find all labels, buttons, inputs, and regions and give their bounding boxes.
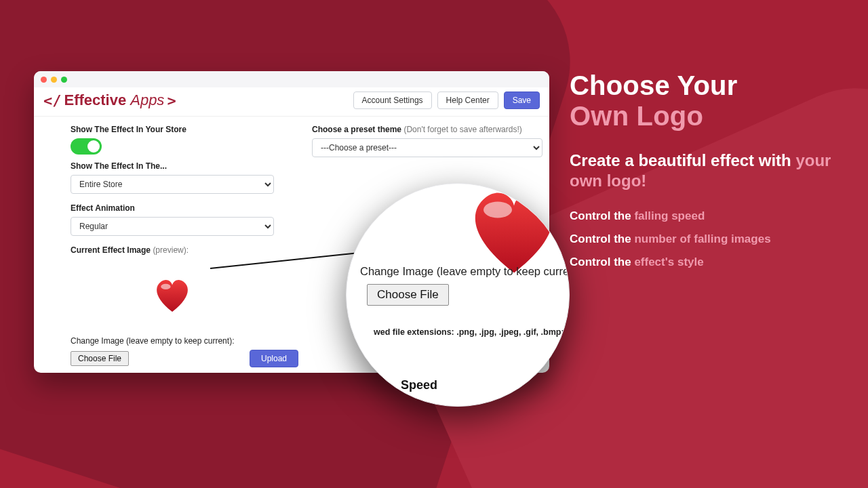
appbar-actions: Account Settings Help Center Save [353, 92, 540, 109]
preset-theme-select[interactable]: ---Choose a preset--- [312, 138, 542, 157]
window-titlebar [34, 71, 549, 87]
headline: Choose Your Own Logo [570, 70, 841, 131]
preset-theme-label: Choose a preset theme (Don't forget to s… [312, 125, 540, 134]
mag-choose-file-button[interactable]: Choose File [367, 284, 449, 306]
change-image-label: Change Image (leave empty to keep curren… [71, 336, 298, 346]
heart-icon [152, 277, 193, 317]
show-effect-label: Show The Effect In Your Store [71, 125, 298, 134]
mag-allowed-extensions: wed file extensions: .png, .jpg, .jpeg, … [374, 327, 562, 337]
headline-line-1: Choose Your [570, 70, 737, 100]
lead-text: Create a beautiful effect with your own … [570, 150, 841, 192]
save-button[interactable]: Save [504, 92, 540, 109]
show-effect-toggle[interactable] [71, 138, 102, 155]
code-bracket-icon: > [167, 92, 176, 109]
magnifier-lens: Change Image (leave empty to keep curren… [346, 183, 570, 407]
code-bracket-icon: </ [43, 92, 62, 109]
app-bar: </ Effective Apps > Account Settings Hel… [34, 87, 549, 117]
preset-theme-hint: (Don't forget to save afterwards!) [403, 125, 521, 134]
mag-change-image-label: Change Image (leave empty to keep curren… [360, 265, 569, 278]
account-settings-button[interactable]: Account Settings [353, 92, 432, 109]
bullet-list: Control the falling speed Control the nu… [570, 209, 841, 269]
lead-part-1: Create a beautiful effect with [570, 151, 795, 169]
brand-word-2: Apps [130, 92, 164, 109]
heart-icon [463, 184, 565, 279]
svg-point-1 [484, 202, 512, 218]
bullet-item: Control the falling speed [570, 209, 841, 223]
current-image-hint: (preview): [153, 245, 189, 255]
brand-word-1: Effective [64, 92, 127, 109]
preset-theme-label-text: Choose a preset theme [312, 125, 401, 134]
window-close-icon[interactable] [41, 77, 47, 83]
help-center-button[interactable]: Help Center [437, 92, 498, 109]
bullet-item: Control the number of falling images [570, 232, 841, 246]
svg-point-0 [161, 283, 170, 289]
show-effect-in-label: Show The Effect In The... [71, 161, 298, 171]
effect-animation-select[interactable]: Regular [71, 217, 274, 236]
current-image-label: Current Effect Image (preview): [71, 245, 298, 255]
choose-file-button[interactable]: Choose File [71, 351, 129, 366]
mag-speed-label: Speed [401, 378, 437, 392]
brand-logo: </ Effective Apps > [43, 92, 176, 109]
settings-left-column: Show The Effect In Your Store Show The E… [43, 122, 298, 359]
window-zoom-icon[interactable] [61, 77, 67, 83]
marketing-panel: Choose Your Own Logo Create a beautiful … [570, 70, 841, 269]
show-effect-in-select[interactable]: Entire Store [71, 175, 274, 194]
effect-image-preview [71, 259, 274, 333]
window-minimize-icon[interactable] [51, 77, 57, 83]
bullet-item: Control the effect's style [570, 256, 841, 269]
upload-button[interactable]: Upload [250, 350, 298, 367]
change-image-row: Choose File Upload [71, 350, 298, 367]
effect-animation-label: Effect Animation [71, 203, 298, 213]
headline-line-2: Own Logo [570, 101, 841, 131]
current-image-label-text: Current Effect Image [71, 245, 151, 255]
